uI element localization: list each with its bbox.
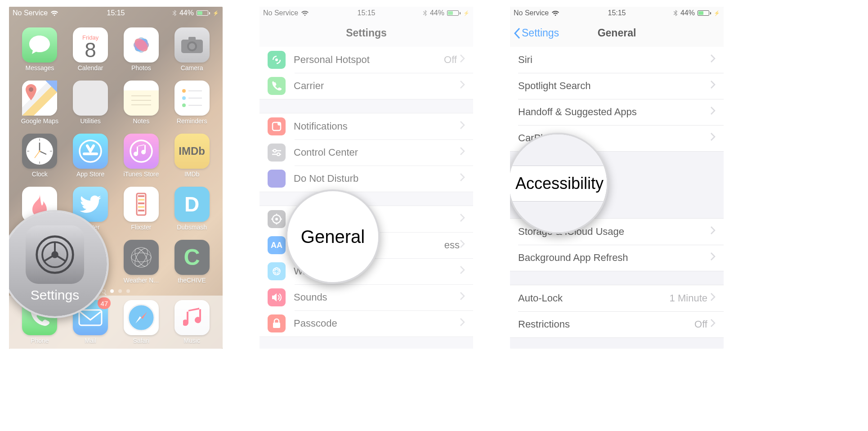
googlemaps-icon [22, 81, 57, 116]
dock-safari[interactable]: Safari [118, 300, 165, 345]
camera-icon [174, 27, 210, 63]
magnify-callout: General [286, 189, 380, 284]
reminders-icon [174, 81, 210, 116]
magnify-label: Accessibility [515, 174, 604, 193]
row-siri[interactable]: Siri [510, 47, 724, 73]
wifi-icon [301, 10, 309, 16]
app-imdb[interactable]: IMDbIMDb [168, 134, 215, 178]
svg-point-22 [182, 96, 186, 100]
chevron-right-icon [710, 292, 716, 304]
magnify-label: General [301, 227, 365, 247]
chevron-right-icon [710, 226, 716, 238]
battery-icon [698, 10, 711, 16]
chevron-right-icon [460, 147, 465, 158]
row-restrictions[interactable]: RestrictionsOff [510, 311, 724, 337]
notes-icon [124, 81, 159, 116]
svg-point-34 [39, 150, 40, 152]
status-bar: No Service 15:15 44% ⚡ [9, 7, 223, 19]
chevron-right-icon [460, 80, 465, 92]
svg-point-73 [277, 153, 280, 156]
chevron-right-icon [710, 132, 716, 144]
nav-back-button[interactable]: Settings [514, 27, 559, 39]
row-autolock[interactable]: Auto-Lock1 Minute [510, 285, 724, 311]
battery-icon [447, 10, 461, 16]
row-carrier[interactable]: Carrier [260, 73, 473, 99]
general-icon [268, 210, 286, 228]
svg-point-81 [276, 268, 277, 269]
appstore-icon [73, 134, 108, 169]
svg-rect-56 [79, 310, 102, 325]
chevron-right-icon [710, 252, 716, 264]
chevron-right-icon [460, 54, 465, 66]
clock-icon [22, 134, 57, 169]
app-itunes[interactable]: iTunes Store [118, 134, 165, 178]
chevron-right-icon [460, 318, 465, 329]
row-controlcenter[interactable]: Control Center [260, 139, 473, 166]
clock-time: 15:15 [357, 9, 375, 17]
flixster-icon [124, 187, 159, 222]
svg-point-85 [273, 269, 275, 271]
chevron-right-icon [460, 173, 465, 184]
svg-rect-43 [138, 202, 144, 204]
row-dnd[interactable]: Do Not Disturb [260, 166, 473, 192]
row-sounds[interactable]: Sounds [260, 284, 473, 310]
app-utilities[interactable]: Utilities [67, 81, 114, 125]
chevron-right-icon [460, 239, 465, 251]
app-photos[interactable]: Photos [118, 27, 165, 72]
svg-line-65 [55, 255, 65, 261]
status-bar: No Service 15:15 44%⚡ [260, 7, 473, 19]
row-spotlight[interactable]: Spotlight Search [510, 73, 724, 99]
app-notes[interactable]: Notes [118, 81, 165, 125]
bluetooth-icon [423, 10, 427, 16]
itunes-icon [124, 134, 159, 169]
hotspot-icon [268, 51, 286, 69]
nav-title: General [598, 27, 636, 39]
carrier-text: No Service [263, 9, 298, 17]
carrier-text: No Service [514, 9, 549, 17]
svg-rect-42 [138, 199, 144, 201]
chevron-right-icon [460, 265, 465, 277]
svg-point-67 [275, 58, 278, 61]
app-dubsmash[interactable]: DDubsmash [168, 187, 215, 231]
app-appstore[interactable]: App Store [67, 134, 114, 178]
svg-point-84 [274, 272, 276, 274]
clock-time: 15:15 [107, 9, 125, 17]
app-weather[interactable]: Weather N... [118, 240, 165, 284]
app-camera[interactable]: Camera [168, 27, 215, 72]
mail-badge: 47 [98, 297, 111, 309]
svg-point-16 [29, 87, 33, 92]
dock-music[interactable]: Music [168, 300, 215, 345]
app-googlemaps[interactable]: Google Maps [16, 81, 63, 125]
svg-point-83 [277, 273, 279, 274]
svg-point-39 [130, 140, 152, 162]
svg-point-24 [182, 103, 186, 107]
magnify-callout: Accessibility [510, 133, 608, 234]
app-messages[interactable]: Messages [16, 27, 63, 72]
row-handoff[interactable]: Handoff & Suggested Apps [510, 99, 724, 125]
row-passcode[interactable]: Passcode [260, 310, 473, 337]
app-reminders[interactable]: Reminders [168, 81, 215, 125]
wifi-icon [551, 10, 559, 16]
svg-rect-86 [273, 323, 280, 328]
chevron-right-icon [710, 54, 716, 66]
music-icon [174, 300, 210, 335]
chive-icon: C [174, 240, 210, 275]
battery-pct: 44% [680, 9, 695, 17]
magnify-label: Settings [31, 287, 79, 303]
notifications-icon [268, 117, 286, 135]
chevron-right-icon [460, 213, 465, 225]
row-notifications[interactable]: Notifications [260, 113, 473, 139]
svg-rect-45 [138, 210, 144, 211]
charging-icon: ⚡ [213, 10, 219, 16]
utilities-folder-icon [73, 81, 108, 116]
chevron-right-icon [460, 121, 465, 132]
chevron-right-icon [460, 292, 465, 303]
row-hotspot[interactable]: Personal HotspotOff [260, 47, 473, 73]
page-dot-3 [126, 289, 130, 293]
app-flixster[interactable]: Flixster [118, 187, 165, 231]
svg-rect-9 [188, 37, 196, 40]
app-clock[interactable]: Clock [16, 134, 63, 178]
app-chive[interactable]: CtheCHIVE [168, 240, 215, 284]
row-bgrefresh[interactable]: Background App Refresh [510, 245, 724, 271]
app-calendar[interactable]: Friday8Calendar [67, 27, 114, 72]
